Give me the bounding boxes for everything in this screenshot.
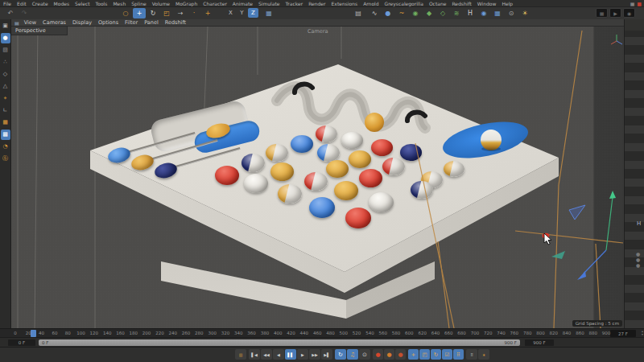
zoom-view-icon[interactable]: ⊙ — [601, 27, 606, 27]
record-scale-toggle[interactable]: ◰ — [419, 349, 430, 360]
render-view-preview[interactable]: ▦ — [596, 8, 608, 18]
loop-toggle[interactable]: ↻ — [335, 349, 346, 360]
record-position-toggle[interactable]: + — [408, 349, 419, 360]
range-end-field[interactable]: 900 F — [525, 339, 554, 346]
menu-select[interactable]: Select — [75, 1, 90, 6]
primitive-cube[interactable]: ● — [382, 8, 394, 19]
render-settings[interactable]: ◉ — [623, 8, 635, 18]
menu-octane[interactable]: Octane — [429, 1, 447, 6]
next-frame-button[interactable]: ▶ — [297, 349, 308, 360]
frame-spinner-arrows[interactable]: ▴▾ — [642, 330, 643, 336]
workplane-tool[interactable]: + — [201, 8, 214, 19]
axis-z-lock[interactable]: Z — [248, 8, 258, 18]
viewport-menu-panel[interactable]: Panel — [144, 19, 159, 26]
axis-x-lock[interactable]: X — [225, 8, 236, 18]
menu-tools[interactable]: Tools — [96, 1, 108, 6]
redo-icon[interactable]: ↷ — [18, 8, 31, 19]
keyframe-film-icon[interactable]: ▥ — [235, 349, 246, 360]
menu-mograph[interactable]: MoGraph — [175, 1, 197, 6]
menu-render[interactable]: Render — [308, 1, 325, 6]
menu-animate[interactable]: Animate — [233, 1, 253, 6]
move-tool[interactable]: + — [133, 8, 146, 19]
previous-frame-button[interactable]: ◀ — [273, 349, 284, 360]
range-start-field[interactable]: 0 F — [8, 339, 35, 346]
menu-redshift[interactable]: Redshift — [452, 1, 471, 6]
viewport-menu-redshift[interactable]: Redshift — [165, 19, 186, 26]
goto-end-button[interactable]: ▶▌ — [321, 349, 332, 360]
menu-edit[interactable]: Edit — [17, 1, 27, 6]
viewport-menu-cameras[interactable]: Cameras — [43, 19, 66, 26]
menu-greyscalegorilla[interactable]: Greyscalegorilla — [385, 1, 423, 6]
record-objects-button[interactable]: ● — [373, 349, 383, 360]
scale-tool[interactable]: ◰ — [160, 8, 173, 19]
rotate-tool[interactable]: ↻ — [147, 8, 159, 19]
light-object[interactable]: ☀ — [518, 8, 531, 19]
menu-volume[interactable]: Volume — [152, 1, 170, 6]
menu-arnold[interactable]: Arnold — [363, 1, 378, 6]
range-slider[interactable]: 0 F 900 F — [39, 339, 520, 346]
field[interactable]: ≋ — [450, 8, 463, 19]
viewport-menu-display[interactable]: Display — [72, 19, 92, 26]
keyframe-selection-button[interactable]: ● — [395, 349, 406, 360]
menu-simulate[interactable]: Simulate — [258, 1, 280, 6]
key-interpolation-button[interactable]: ∗ — [478, 349, 489, 360]
keyframe-presets-button[interactable]: ⠿ — [466, 349, 477, 360]
sound-toggle[interactable]: ♫ — [347, 349, 358, 360]
viewport-view-label[interactable]: Perspective — [11, 27, 68, 35]
tweak-mode[interactable]: ⌖ — [1, 93, 10, 104]
model-mode[interactable]: ● — [1, 33, 10, 43]
rotate-view-icon[interactable]: ↻ — [609, 27, 613, 27]
menu-modes[interactable]: Modes — [54, 1, 69, 6]
right-panel[interactable]: H ●●● — [624, 19, 644, 328]
viewport-menu-filter[interactable]: Filter — [125, 19, 138, 26]
live-badge-icon[interactable]: ■ — [637, 1, 642, 6]
subdivision-surface[interactable]: ◉ — [409, 8, 422, 19]
record-rotation-toggle[interactable]: ↻ — [431, 349, 441, 360]
generator[interactable]: ◆ — [423, 8, 436, 19]
play-pause-button[interactable]: ▌▌ — [285, 349, 296, 360]
viewport-panel-icon[interactable]: ▤ — [14, 20, 19, 26]
menu-window[interactable]: Window — [477, 1, 497, 6]
viewport-3d[interactable]: Perspective Camera Grid Spacing : 5 cm ⊕… — [11, 27, 624, 328]
render-view-button[interactable]: ▤ — [352, 8, 365, 19]
menu-spline[interactable]: Spline — [131, 1, 146, 6]
quantize-toggle[interactable]: Ⓢ — [1, 154, 10, 164]
axis-y-lock[interactable]: Y — [237, 8, 247, 18]
viewport-menu-options[interactable]: Options — [98, 19, 118, 26]
solo-toggle[interactable]: ⊙ — [359, 349, 370, 360]
menu-mesh[interactable]: Mesh — [113, 1, 126, 6]
menu-file[interactable]: File — [3, 1, 11, 6]
toggle-view-icon[interactable]: ⊡ — [616, 27, 621, 27]
record-parameter-toggle[interactable]: ☑ — [442, 349, 452, 360]
previous-key-button[interactable]: ◀◀ — [261, 349, 272, 360]
texture-axis-mode[interactable]: ▦ — [1, 117, 10, 128]
menu-extensions[interactable]: Extensions — [332, 1, 358, 6]
snap-tool[interactable]: → — [174, 8, 187, 19]
snap-settings-tool[interactable]: · — [188, 8, 200, 19]
menu-create[interactable]: Create — [32, 1, 48, 6]
menu-help[interactable]: Help — [502, 1, 513, 6]
spline-pen[interactable]: ∿ — [368, 8, 381, 19]
hair-object[interactable]: H — [464, 8, 477, 19]
menu-tracker[interactable]: Tracker — [286, 1, 303, 6]
undo-icon[interactable]: ↶ — [4, 8, 17, 19]
texture-mode[interactable]: ▨ — [1, 45, 10, 56]
workplane-mode[interactable]: ∟ — [1, 105, 10, 116]
polygons-mode[interactable]: △ — [1, 81, 10, 92]
autokey-button[interactable]: ● — [384, 349, 394, 360]
live-selection-tool[interactable]: ○ — [119, 8, 132, 19]
current-frame-field[interactable]: 27 F — [610, 330, 636, 337]
next-key-button[interactable]: ▶▶ — [309, 349, 320, 360]
points-mode[interactable]: ∴ — [1, 57, 10, 68]
pan-view-icon[interactable]: ⊕ — [595, 27, 600, 27]
volume[interactable]: ◉ — [477, 8, 490, 19]
camera-object[interactable]: ⊙ — [505, 8, 518, 19]
menu-character[interactable]: Character — [203, 1, 227, 6]
viewport-menu-view[interactable]: View — [24, 19, 36, 26]
spline-primitive[interactable]: ~ — [395, 8, 408, 19]
timeline-playhead[interactable] — [31, 330, 36, 337]
snap-toggle[interactable]: ◔ — [1, 142, 10, 152]
deformer[interactable]: ◇ — [436, 8, 449, 19]
render-picture-viewer[interactable]: ▶ — [609, 8, 621, 18]
mograph-cloner[interactable]: ▦ — [491, 8, 504, 19]
